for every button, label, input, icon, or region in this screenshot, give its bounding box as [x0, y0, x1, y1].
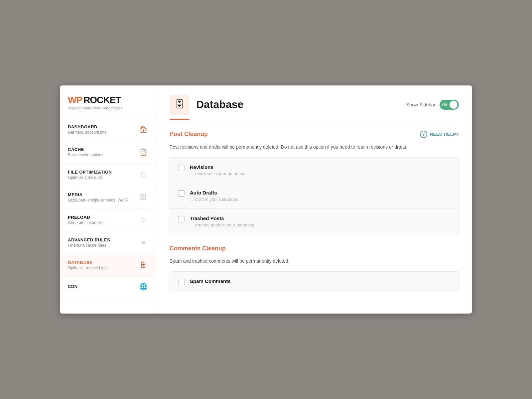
- comments-cleanup-title: Comments Cleanup: [170, 245, 226, 252]
- toggle-label: ON: [442, 103, 448, 107]
- nav-item-title-file-optimization: FILE OPTIMIZATION: [68, 170, 139, 175]
- toggle-knob: [450, 101, 458, 109]
- sidebar-item-preload[interactable]: PRELOAD Generate cache files ↻: [60, 209, 156, 231]
- spam-comments-option-row: Spam Comments: [170, 272, 459, 292]
- nav-item-text-file-optimization: FILE OPTIMIZATION Optimize CSS & JS: [68, 170, 139, 180]
- nav-item-text-database: DATABASE Optimize, reduce bloat: [68, 260, 139, 270]
- sidebar-nav: DASHBOARD Get help, account info 🏠 CACHE…: [60, 118, 156, 314]
- logo-area: WP ROCKET Superior WordPress Performance: [60, 85, 156, 118]
- logo-tagline: Superior WordPress Performance: [68, 106, 148, 110]
- nav-item-title-media: MEDIA: [68, 192, 139, 197]
- sidebar-item-cdn[interactable]: CDN 🌐: [60, 277, 156, 297]
- trashed-posts-sub: trashed posts in your database.: [190, 222, 255, 227]
- trashed-posts-checkbox[interactable]: [178, 216, 185, 222]
- sidebar-item-advanced-rules[interactable]: ADVANCED RULES Fine-tune cache rules ≡: [60, 231, 156, 254]
- nav-item-subtitle-dashboard: Get help, account info: [68, 130, 139, 135]
- trashed-posts-option-row: Trashed Posts trashed posts in your data…: [170, 209, 459, 234]
- nav-icon-advanced-rules: ≡: [139, 239, 148, 246]
- nav-icon-preload: ↻: [139, 216, 148, 224]
- nav-item-title-advanced-rules: ADVANCED RULES: [68, 237, 139, 242]
- nav-item-subtitle-file-optimization: Optimize CSS & JS: [68, 175, 139, 180]
- sidebar: WP ROCKET Superior WordPress Performance…: [60, 85, 156, 314]
- main-body: Post Cleanup ? NEED HELP? Post revisions…: [156, 120, 472, 314]
- nav-item-title-preload: PRELOAD: [68, 215, 139, 220]
- nav-icon-file-optimization: ⬡: [139, 171, 148, 179]
- nav-item-title-database: DATABASE: [68, 260, 139, 265]
- nav-icon-dashboard: 🏠: [139, 125, 148, 133]
- auto-drafts-content: Auto Drafts draft in your database.: [190, 190, 238, 202]
- sidebar-item-dashboard[interactable]: DASHBOARD Get help, account info 🏠: [60, 118, 156, 141]
- nav-item-text-advanced-rules: ADVANCED RULES Fine-tune cache rules: [68, 237, 139, 248]
- auto-drafts-option-row: Auto Drafts draft in your database.: [170, 183, 459, 209]
- nav-item-text-dashboard: DASHBOARD Get help, account info: [68, 124, 139, 135]
- auto-drafts-option-main: Auto Drafts draft in your database.: [178, 190, 451, 202]
- spam-comments-option-main: Spam Comments: [178, 278, 451, 285]
- comments-cleanup-options: Spam Comments: [170, 271, 459, 292]
- sidebar-item-file-optimization[interactable]: FILE OPTIMIZATION Optimize CSS & JS ⬡: [60, 164, 156, 186]
- post-cleanup-title: Post Cleanup: [170, 131, 208, 138]
- revisions-sub: revisions in your database.: [190, 171, 247, 176]
- auto-drafts-sub: draft in your database.: [190, 197, 238, 202]
- nav-item-title-cache: CACHE: [68, 147, 139, 152]
- logo-wp: WP: [68, 95, 82, 105]
- nav-item-title-dashboard: DASHBOARD: [68, 124, 139, 129]
- show-sidebar-toggle[interactable]: ON: [440, 100, 459, 110]
- nav-icon-cdn: 🌐: [139, 283, 148, 291]
- logo: WP ROCKET: [68, 95, 148, 105]
- spam-comments-content: Spam Comments: [190, 278, 231, 285]
- page-title: Database: [196, 98, 243, 111]
- trashed-posts-content: Trashed Posts trashed posts in your data…: [190, 215, 255, 227]
- sidebar-item-database[interactable]: DATABASE Optimize, reduce bloat 🗄: [60, 254, 156, 277]
- main-content: 🗄 Database Show Sidebar ON Post Cleanup …: [156, 85, 472, 314]
- trashed-posts-badge: [190, 226, 194, 226]
- need-help-label: NEED HELP?: [430, 132, 459, 137]
- trashed-posts-option-main: Trashed Posts trashed posts in your data…: [178, 215, 451, 227]
- nav-item-subtitle-cache: Basic cache options: [68, 153, 139, 157]
- nav-item-text-preload: PRELOAD Generate cache files: [68, 215, 139, 225]
- auto-drafts-checkbox[interactable]: [178, 190, 185, 197]
- spam-comments-label: Spam Comments: [190, 278, 231, 284]
- post-cleanup-header: Post Cleanup ? NEED HELP?: [170, 131, 459, 138]
- post-cleanup-options: Revisions revisions in your database. Au…: [170, 157, 459, 234]
- main-header: 🗄 Database Show Sidebar ON: [156, 85, 472, 115]
- header-right: Show Sidebar ON: [406, 100, 459, 110]
- app-window: WP ROCKET Superior WordPress Performance…: [60, 85, 472, 314]
- sidebar-item-cache[interactable]: CACHE Basic cache options 📋: [60, 141, 156, 164]
- database-icon-box: 🗄: [170, 95, 190, 115]
- sidebar-item-media[interactable]: MEDIA LazyLoad, emojis, embeds, WebP 🖼: [60, 186, 156, 209]
- nav-item-text-media: MEDIA LazyLoad, emojis, embeds, WebP: [68, 192, 139, 202]
- revisions-option-row: Revisions revisions in your database.: [170, 158, 459, 183]
- need-help-icon: ?: [420, 131, 427, 138]
- auto-drafts-label: Auto Drafts: [190, 190, 238, 196]
- trashed-posts-label: Trashed Posts: [190, 215, 255, 221]
- auto-drafts-badge: [190, 200, 194, 201]
- nav-item-text-cdn: CDN: [68, 284, 139, 289]
- comments-cleanup-header: Comments Cleanup: [170, 245, 459, 252]
- revisions-label: Revisions: [190, 164, 247, 170]
- nav-item-title-cdn: CDN: [68, 284, 139, 289]
- nav-item-subtitle-media: LazyLoad, emojis, embeds, WebP: [68, 198, 139, 202]
- post-cleanup-desc: Post revisions and drafts will be perman…: [170, 143, 459, 151]
- nav-icon-database: 🗄: [139, 261, 148, 269]
- nav-item-text-cache: CACHE Basic cache options: [68, 147, 139, 157]
- header-left: 🗄 Database: [170, 95, 243, 115]
- revisions-checkbox[interactable]: [178, 165, 185, 171]
- nav-item-subtitle-preload: Generate cache files: [68, 220, 139, 225]
- database-icon: 🗄: [175, 99, 184, 110]
- revisions-option-main: Revisions revisions in your database.: [178, 164, 451, 176]
- nav-icon-cache: 📋: [139, 148, 148, 156]
- logo-rocket: ROCKET: [83, 95, 121, 105]
- nav-item-subtitle-advanced-rules: Fine-tune cache rules: [68, 243, 139, 248]
- show-sidebar-label: Show Sidebar: [406, 102, 435, 107]
- nav-item-subtitle-database: Optimize, reduce bloat: [68, 266, 139, 270]
- need-help-button[interactable]: ? NEED HELP?: [420, 131, 459, 138]
- spam-comments-checkbox[interactable]: [178, 279, 185, 285]
- nav-icon-media: 🖼: [139, 194, 148, 201]
- revisions-badge: [190, 175, 194, 175]
- revisions-content: Revisions revisions in your database.: [190, 164, 247, 176]
- comments-cleanup-desc: Spam and trashed comments will be perman…: [170, 257, 459, 265]
